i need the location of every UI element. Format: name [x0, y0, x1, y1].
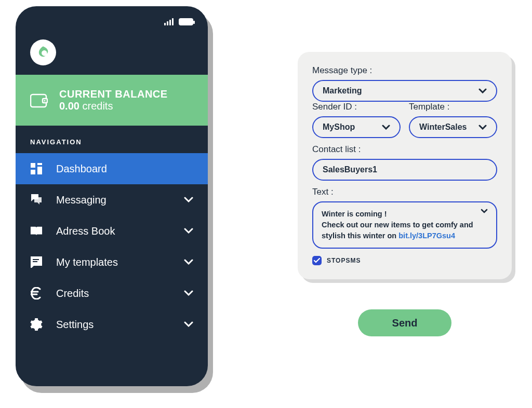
nav-item-label: Settings [56, 319, 94, 331]
signal-icon [164, 18, 174, 25]
nav-item-label: Dashboard [56, 163, 107, 175]
nav-item-dashboard[interactable]: Dashboard [16, 153, 208, 184]
stopsms-checkbox[interactable] [312, 256, 322, 265]
nav-header: NAVIGATION [16, 126, 208, 153]
check-icon [314, 258, 320, 263]
nav-item-label: Adress Book [56, 225, 115, 237]
nav-item-credits[interactable]: Credits [16, 278, 208, 309]
svg-point-2 [44, 100, 46, 102]
svg-rect-4 [37, 163, 42, 165]
sender-id-value: MyShop [323, 123, 355, 132]
svg-rect-6 [31, 170, 35, 174]
messaging-icon [30, 194, 43, 206]
send-button-label: Send [392, 317, 418, 329]
chevron-down-icon [184, 197, 193, 203]
stopsms-label: STOPSMS [327, 257, 361, 264]
text-area[interactable]: Winter is coming ! Check out our new ite… [312, 201, 497, 249]
balance-text: CURRENT BALANCE 0.00 credits [59, 88, 168, 112]
template-label: Template : [409, 102, 497, 112]
nav-item-messaging[interactable]: Messaging [16, 184, 208, 215]
sender-id-label: Sender ID : [312, 102, 401, 112]
chevron-down-icon [184, 228, 193, 234]
text-label: Text : [312, 187, 497, 197]
nav-item-address-book[interactable]: Adress Book [16, 215, 208, 247]
nav-item-templates[interactable]: My templates [16, 247, 208, 278]
battery-icon [179, 18, 193, 25]
nav-item-label: My templates [56, 256, 118, 268]
chevron-down-icon [184, 259, 193, 265]
logo-row [16, 37, 208, 75]
euro-icon [30, 287, 43, 300]
template-value: WinterSales [419, 123, 467, 132]
message-type-label: Message type : [312, 65, 497, 76]
balance-value: 0.00 [59, 100, 79, 112]
chevron-down-icon [478, 88, 487, 93]
templates-icon [30, 256, 43, 268]
nav-item-settings[interactable]: Settings [16, 309, 208, 340]
address-book-icon [30, 225, 43, 237]
sender-id-select[interactable]: MyShop [312, 116, 401, 138]
svg-rect-7 [33, 259, 39, 260]
chevron-down-icon [478, 125, 487, 130]
contact-list-value: SalesBuyers1 [323, 165, 377, 174]
balance-unit: credits [83, 100, 113, 112]
chevron-down-icon [184, 290, 193, 296]
svg-rect-8 [33, 261, 37, 262]
balance-card: CURRENT BALANCE 0.00 credits [16, 75, 208, 126]
nav-item-label: Messaging [56, 194, 107, 206]
app-logo [30, 39, 56, 65]
send-button[interactable]: Send [358, 309, 451, 336]
svg-rect-3 [31, 163, 35, 168]
dashboard-icon [30, 162, 43, 175]
message-type-value: Marketing [323, 86, 362, 96]
text-line1: Winter is coming ! [322, 210, 387, 218]
stopsms-row[interactable]: STOPSMS [312, 256, 497, 265]
compose-panel: Message type : Marketing Sender ID : MyS… [298, 52, 512, 279]
balance-title: CURRENT BALANCE [59, 88, 168, 100]
nav-item-label: Credits [56, 288, 89, 300]
gear-icon [30, 318, 43, 331]
phone-mock: CURRENT BALANCE 0.00 credits NAVIGATION … [16, 6, 208, 386]
chevron-down-icon [481, 209, 488, 213]
svg-rect-5 [37, 167, 42, 174]
logo-icon [36, 45, 50, 60]
template-select[interactable]: WinterSales [409, 116, 497, 138]
chevron-down-icon [382, 125, 390, 130]
status-bar [16, 6, 208, 37]
message-type-select[interactable]: Marketing [312, 80, 497, 102]
wallet-icon [30, 93, 48, 107]
contact-list-input[interactable]: SalesBuyers1 [312, 159, 497, 181]
balance-credits: 0.00 credits [59, 100, 168, 112]
contact-list-label: Contact list : [312, 144, 497, 155]
text-link[interactable]: bit.ly/3LP7Gsu4 [398, 232, 455, 240]
chevron-down-icon [184, 321, 193, 328]
